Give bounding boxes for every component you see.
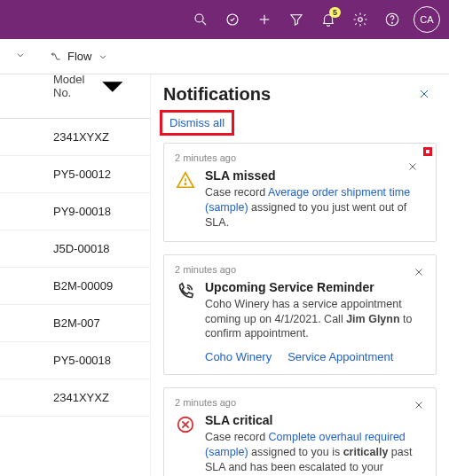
notification-card: 2 minutes ago SLA critical Case record C… [163, 387, 437, 476]
card-action-link[interactable]: Coho Winery [205, 350, 272, 363]
card-timestamp: 2 minutes ago [175, 264, 425, 275]
settings-icon[interactable] [346, 5, 374, 34]
panel-close-button[interactable] [412, 82, 437, 106]
card-text: Case record Complete overhaul required (… [205, 430, 425, 476]
notification-badge: 5 [329, 7, 341, 18]
task-icon[interactable] [218, 5, 247, 34]
chevron-down-icon [88, 61, 138, 111]
table-row[interactable]: B2M-00009 [0, 268, 150, 305]
table-row[interactable]: 2341XYXZ [0, 379, 150, 417]
search-icon[interactable] [186, 5, 215, 34]
table-row[interactable]: PY5-00018 [0, 342, 150, 379]
card-timestamp: 2 minutes ago [175, 397, 425, 408]
avatar-initials: CA [420, 14, 433, 25]
bell-icon[interactable]: 5 [314, 5, 343, 34]
card-text: Case record Average order shipment time … [205, 185, 425, 230]
phone-icon [175, 280, 196, 342]
card-timestamp: 2 minutes ago [175, 152, 425, 163]
notification-card: 2 minutes ago SLA missed Case record Ave… [163, 143, 437, 242]
add-icon[interactable] [250, 5, 279, 34]
card-text: Coho Winery has a service appointment co… [205, 297, 425, 342]
notification-card: 2 minutes ago Upcoming Service Reminder … [163, 254, 437, 376]
table-row[interactable]: B2M-007 [0, 305, 150, 342]
dismiss-all-link[interactable]: Dismiss all [160, 110, 234, 136]
card-action-link[interactable]: Service Appointment [288, 350, 393, 363]
help-icon[interactable] [378, 5, 406, 34]
table-row[interactable]: J5D-00018 [0, 230, 150, 268]
table-row[interactable]: PY9-00018 [0, 193, 150, 230]
card-title: SLA missed [205, 168, 425, 183]
data-grid: Model No. 2341XYXZPY5-00012PY9-00018J5D-… [0, 74, 151, 476]
card-close-button[interactable] [409, 395, 429, 415]
app-topbar: 5 CA [0, 0, 449, 39]
svg-point-13 [185, 183, 185, 184]
panel-title: Notifications [163, 84, 412, 105]
svg-point-7 [392, 22, 393, 23]
svg-point-5 [358, 18, 363, 22]
table-row[interactable]: 2341XYXZ [0, 119, 150, 156]
table-row[interactable]: PY5-00012 [0, 156, 150, 193]
card-title: Upcoming Service Reminder [205, 280, 425, 294]
card-close-button[interactable] [403, 157, 422, 176]
filter-icon[interactable] [282, 5, 311, 34]
notifications-panel: Notifications Dismiss all 2 minutes ago … [151, 74, 449, 476]
svg-line-1 [202, 21, 206, 25]
svg-point-0 [195, 14, 203, 22]
column-header-model-no[interactable]: Model No. [0, 54, 150, 119]
critical-icon [175, 413, 196, 476]
warning-icon [175, 168, 196, 230]
card-title: SLA critical [205, 413, 425, 427]
card-close-button[interactable] [409, 262, 429, 282]
user-avatar[interactable]: CA [414, 6, 440, 33]
